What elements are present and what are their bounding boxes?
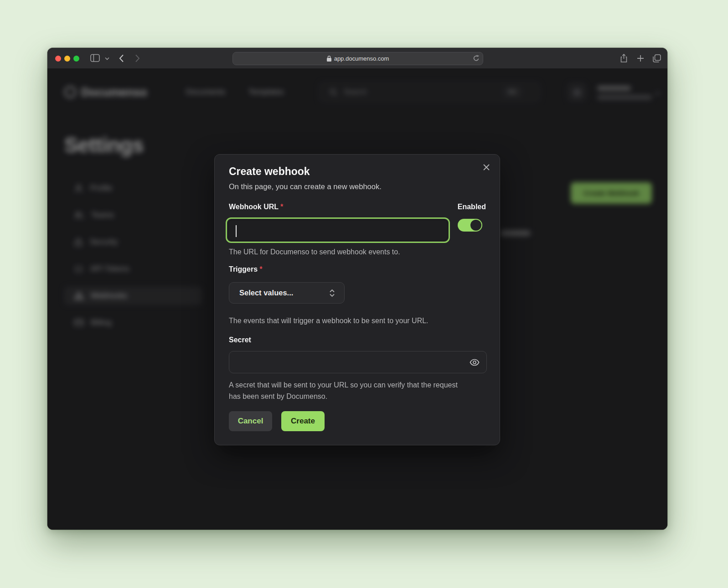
cancel-button[interactable]: Cancel (229, 411, 272, 431)
webhook-url-helper: The URL for Documenso to send webhook ev… (229, 246, 400, 258)
traffic-light-minimize[interactable] (64, 56, 70, 62)
secret-helper: A secret that will be sent to your URL s… (229, 379, 468, 402)
webhook-url-label: Webhook URL * (229, 203, 283, 211)
webhook-url-focus-ring (226, 217, 450, 243)
traffic-light-close[interactable] (55, 56, 61, 62)
new-tab-icon[interactable] (636, 54, 645, 62)
traffic-light-zoom[interactable] (73, 56, 79, 62)
forward-icon[interactable] (135, 54, 140, 62)
enabled-toggle[interactable] (458, 219, 482, 232)
share-icon[interactable] (620, 54, 628, 63)
toggle-knob (470, 220, 481, 231)
dialog-title: Create webhook (229, 165, 310, 178)
browser-titlebar: app.documenso.com (47, 48, 667, 69)
close-icon[interactable] (481, 162, 491, 172)
create-button[interactable]: Create (281, 411, 325, 431)
sidebar-toggle-icon[interactable] (90, 54, 100, 62)
eye-icon[interactable] (469, 357, 480, 368)
dialog-description: On this page, you can create a new webho… (229, 182, 382, 191)
create-webhook-dialog: Create webhook On this page, you can cre… (214, 154, 500, 445)
chevron-up-down-icon (329, 289, 335, 297)
webhook-url-input[interactable] (228, 220, 448, 241)
triggers-label: Triggers * (229, 265, 263, 273)
triggers-select[interactable]: Select values... (229, 282, 345, 304)
reload-icon[interactable] (473, 55, 480, 63)
lock-icon (327, 56, 331, 62)
required-marker: * (280, 203, 283, 211)
required-marker: * (260, 265, 263, 273)
browser-window: app.documenso.com Documenso (47, 48, 667, 530)
back-icon[interactable] (119, 54, 124, 62)
url-bar[interactable]: app.documenso.com (232, 52, 483, 65)
enabled-label: Enabled (458, 203, 486, 211)
text-caret (236, 225, 237, 237)
url-text: app.documenso.com (334, 55, 389, 62)
triggers-select-placeholder: Select values... (239, 289, 293, 297)
secret-input[interactable] (229, 351, 487, 373)
triggers-helper: The events that will trigger a webhook t… (229, 315, 429, 326)
chevron-down-icon[interactable] (105, 57, 109, 60)
secret-label: Secret (229, 336, 251, 344)
tab-overview-icon[interactable] (652, 54, 661, 63)
